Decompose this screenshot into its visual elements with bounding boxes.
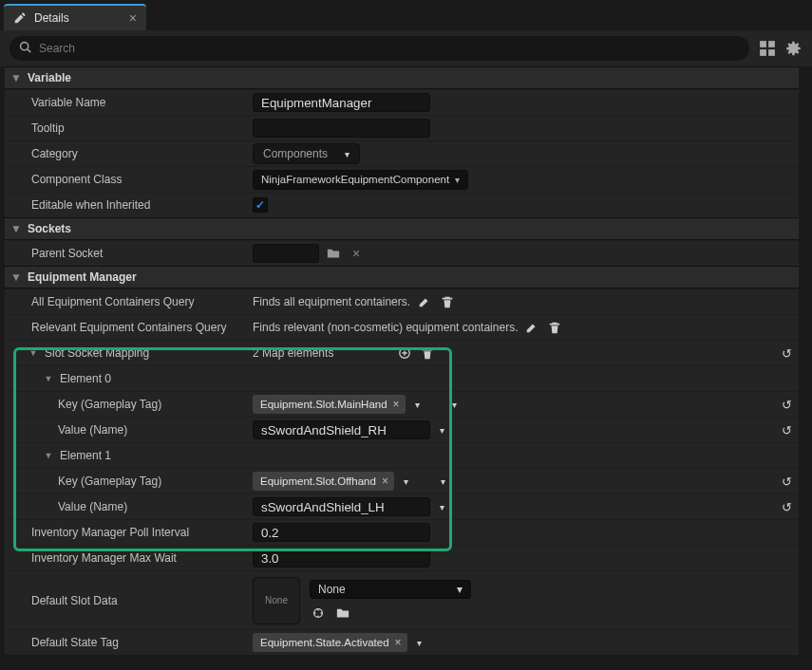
row-slot-socket-mapping: ▼ Slot Socket Mapping 2 Map elements bbox=[5, 340, 799, 365]
chevron-down-icon[interactable]: ▾ bbox=[413, 638, 425, 648]
trash-icon[interactable] bbox=[439, 293, 456, 310]
label: ▼ Element 1 bbox=[5, 449, 247, 462]
label: Variable Name bbox=[5, 96, 247, 109]
svg-rect-2 bbox=[768, 41, 775, 47]
remove-tag-icon[interactable]: × bbox=[393, 398, 400, 411]
grid-view-icon[interactable] bbox=[759, 40, 776, 57]
variable-name-input[interactable] bbox=[253, 93, 430, 112]
gameplay-tag[interactable]: Equipment.State.Activated × bbox=[253, 633, 407, 652]
svg-point-0 bbox=[21, 43, 28, 50]
component-class-value: NinjaFrameworkEquipmentComponent bbox=[261, 174, 449, 185]
svg-rect-1 bbox=[760, 41, 766, 47]
row-all-equipment-query: All Equipment Containers Query Finds all… bbox=[5, 288, 799, 314]
browse-icon[interactable] bbox=[325, 245, 342, 262]
tag-text: Equipment.Slot.Offhand bbox=[260, 475, 376, 487]
reset-icon[interactable] bbox=[782, 500, 792, 514]
edit-icon[interactable] bbox=[416, 293, 433, 310]
chevron-down-icon: ▼ bbox=[10, 270, 22, 284]
row-editable-inherited: Editable when Inherited bbox=[5, 192, 799, 217]
asset-dropdown[interactable]: None ▾ bbox=[310, 580, 471, 599]
component-class-selector[interactable]: NinjaFrameworkEquipmentComponent ▾ bbox=[253, 170, 468, 190]
chevron-down-icon[interactable]: ▼ bbox=[43, 451, 54, 460]
chevron-down-icon: ▼ bbox=[10, 71, 22, 84]
label: Inventory Manager Max Wait bbox=[5, 551, 247, 565]
chevron-down-icon: ▾ bbox=[457, 583, 463, 596]
category-sockets[interactable]: ▼ Sockets bbox=[5, 217, 799, 240]
chevron-down-icon[interactable]: ▾ bbox=[437, 476, 449, 487]
category-equipment-manager[interactable]: ▼ Equipment Manager bbox=[5, 266, 799, 288]
label: Key (Gameplay Tag) bbox=[5, 398, 247, 411]
close-icon[interactable]: × bbox=[129, 10, 137, 26]
gear-icon[interactable] bbox=[785, 40, 803, 57]
label: Relevant Equipment Containers Query bbox=[5, 321, 247, 334]
add-element-icon[interactable] bbox=[396, 344, 413, 362]
clear-icon[interactable]: × bbox=[348, 245, 365, 262]
remove-tag-icon[interactable]: × bbox=[395, 636, 402, 649]
use-selected-icon[interactable] bbox=[310, 605, 327, 622]
reset-icon[interactable] bbox=[782, 346, 792, 361]
asset-value: None bbox=[318, 583, 346, 596]
label: ▼ Slot Socket Mapping bbox=[5, 346, 247, 360]
reset-icon[interactable] bbox=[782, 423, 792, 437]
pencil-icon bbox=[13, 11, 27, 25]
label: Parent Socket bbox=[5, 247, 247, 260]
chevron-down-icon[interactable]: ▾ bbox=[448, 400, 461, 410]
value-name-input[interactable] bbox=[253, 420, 430, 439]
chevron-down-icon[interactable]: ▾ bbox=[400, 476, 412, 487]
query-summary: Finds all equipment containers. bbox=[253, 295, 410, 308]
trash-icon[interactable] bbox=[419, 344, 436, 362]
row-element-0: ▼ Element 0 bbox=[5, 365, 799, 391]
chevron-down-icon[interactable]: ▾ bbox=[436, 502, 448, 512]
label: Category bbox=[5, 147, 247, 160]
svg-rect-4 bbox=[768, 49, 775, 56]
reset-icon[interactable] bbox=[782, 475, 792, 489]
category-value: Components bbox=[263, 147, 328, 160]
query-summary: Finds relevant (non-cosmetic) equipment … bbox=[253, 321, 518, 334]
label: Default State Tag bbox=[5, 636, 247, 649]
value-name-input[interactable] bbox=[253, 497, 430, 516]
svg-rect-3 bbox=[760, 49, 766, 56]
edit-icon[interactable] bbox=[523, 319, 540, 336]
row-element-1-value: Value (Name) ▾ bbox=[5, 493, 799, 519]
row-element-1: ▼ Element 1 bbox=[5, 442, 799, 468]
gameplay-tag[interactable]: Equipment.Slot.Offhand × bbox=[253, 472, 394, 491]
label: ▼ Element 0 bbox=[5, 372, 247, 385]
label: Value (Name) bbox=[5, 500, 247, 513]
chevron-down-icon[interactable]: ▼ bbox=[28, 348, 39, 358]
trash-icon[interactable] bbox=[546, 319, 563, 336]
row-component-class: Component Class NinjaFrameworkEquipmentC… bbox=[5, 166, 799, 192]
row-default-slot-data: Default Slot Data None None ▾ bbox=[5, 570, 799, 629]
reset-icon[interactable] bbox=[782, 398, 792, 412]
row-category: Category Components ▾ bbox=[5, 140, 799, 166]
category-variable[interactable]: ▼ Variable bbox=[5, 66, 799, 89]
poll-interval-input[interactable] bbox=[253, 523, 430, 542]
chevron-down-icon: ▾ bbox=[341, 149, 353, 159]
row-tooltip: Tooltip bbox=[5, 115, 799, 140]
label: All Equipment Containers Query bbox=[5, 295, 247, 308]
search-field[interactable] bbox=[9, 36, 749, 61]
label: Default Slot Data bbox=[5, 594, 247, 607]
browse-icon[interactable] bbox=[334, 605, 351, 622]
chevron-down-icon: ▾ bbox=[455, 175, 460, 185]
asset-thumbnail[interactable]: None bbox=[253, 577, 300, 624]
label: Tooltip bbox=[5, 121, 247, 135]
tab-details[interactable]: Details × bbox=[4, 4, 146, 30]
category-label: Variable bbox=[28, 71, 71, 84]
row-element-0-value: Value (Name) ▾ bbox=[5, 417, 799, 442]
chevron-down-icon[interactable]: ▾ bbox=[436, 425, 448, 436]
chevron-down-icon: ▼ bbox=[10, 222, 22, 235]
map-summary: 2 Map elements bbox=[253, 346, 333, 360]
search-icon bbox=[19, 41, 31, 56]
remove-tag-icon[interactable]: × bbox=[382, 475, 388, 488]
search-input[interactable] bbox=[39, 42, 740, 55]
editable-inherited-checkbox[interactable] bbox=[253, 197, 268, 213]
row-element-0-key: Key (Gameplay Tag) Equipment.Slot.MainHa… bbox=[5, 391, 799, 417]
max-wait-input[interactable] bbox=[253, 549, 430, 568]
tooltip-input[interactable] bbox=[253, 119, 430, 138]
chevron-down-icon[interactable]: ▾ bbox=[411, 400, 424, 410]
gameplay-tag[interactable]: Equipment.Slot.MainHand × bbox=[253, 395, 406, 414]
details-panel-body: ▼ Variable Variable Name Tooltip Categor… bbox=[5, 66, 799, 670]
chevron-down-icon[interactable]: ▼ bbox=[43, 374, 54, 383]
parent-socket-input[interactable] bbox=[253, 244, 319, 263]
category-combo[interactable]: Components ▾ bbox=[253, 143, 360, 164]
